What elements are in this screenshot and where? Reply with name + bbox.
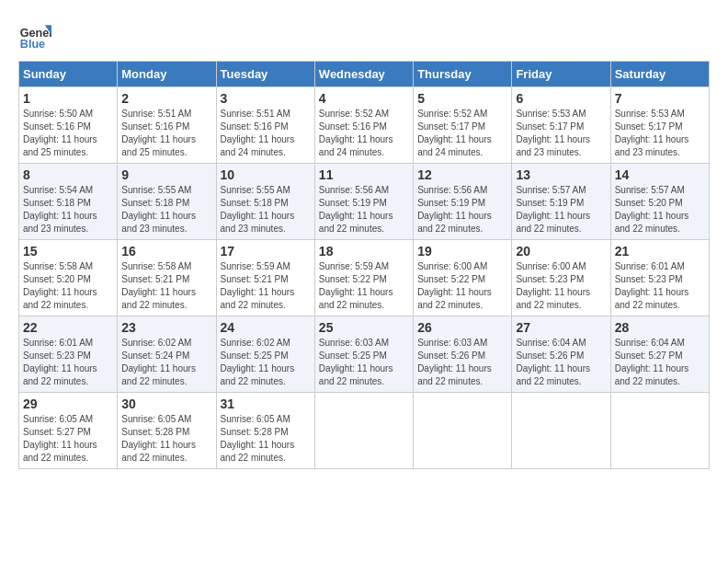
day-number: 12 [417, 167, 507, 182]
day-info: Sunrise: 5:56 AM Sunset: 5:19 PM Dayligh… [319, 184, 409, 236]
day-number: 2 [121, 91, 211, 106]
calendar-cell: 19 Sunrise: 6:00 AM Sunset: 5:22 PM Dayl… [414, 240, 512, 316]
day-number: 11 [319, 167, 409, 182]
calendar-cell: 6 Sunrise: 5:53 AM Sunset: 5:17 PM Dayli… [512, 87, 610, 164]
calendar-week-row: 15 Sunrise: 5:58 AM Sunset: 5:20 PM Dayl… [19, 240, 710, 316]
calendar-cell: 18 Sunrise: 5:59 AM Sunset: 5:22 PM Dayl… [314, 240, 413, 316]
day-number: 29 [23, 396, 113, 411]
day-info: Sunrise: 6:00 AM Sunset: 5:22 PM Dayligh… [417, 260, 507, 312]
day-number: 23 [121, 320, 211, 335]
day-info: Sunrise: 5:58 AM Sunset: 5:20 PM Dayligh… [23, 260, 113, 312]
day-info: Sunrise: 6:03 AM Sunset: 5:26 PM Dayligh… [417, 337, 507, 388]
calendar-week-row: 8 Sunrise: 5:54 AM Sunset: 5:18 PM Dayli… [19, 164, 710, 240]
calendar-cell: 25 Sunrise: 6:03 AM Sunset: 5:25 PM Dayl… [314, 316, 413, 393]
day-info: Sunrise: 5:53 AM Sunset: 5:17 PM Dayligh… [516, 108, 606, 159]
day-number: 13 [516, 167, 606, 182]
calendar-cell: 24 Sunrise: 6:02 AM Sunset: 5:25 PM Dayl… [216, 316, 314, 393]
day-number: 9 [121, 167, 211, 182]
day-info: Sunrise: 5:51 AM Sunset: 5:16 PM Dayligh… [121, 108, 211, 159]
day-info: Sunrise: 6:04 AM Sunset: 5:27 PM Dayligh… [615, 337, 705, 388]
day-number: 31 [221, 396, 311, 411]
day-number: 25 [319, 320, 409, 335]
calendar-cell: 15 Sunrise: 5:58 AM Sunset: 5:20 PM Dayl… [19, 240, 118, 316]
day-number: 26 [417, 320, 507, 335]
day-number: 15 [23, 244, 113, 259]
day-info: Sunrise: 6:00 AM Sunset: 5:23 PM Dayligh… [516, 260, 606, 312]
calendar-cell: 31 Sunrise: 6:05 AM Sunset: 5:28 PM Dayl… [216, 393, 314, 469]
day-number: 16 [121, 244, 211, 259]
weekday-header: Wednesday [314, 62, 413, 87]
day-info: Sunrise: 5:52 AM Sunset: 5:16 PM Dayligh… [319, 108, 409, 159]
weekday-header: Friday [512, 62, 610, 87]
weekday-header-row: SundayMondayTuesdayWednesdayThursdayFrid… [19, 62, 710, 87]
day-info: Sunrise: 6:01 AM Sunset: 5:23 PM Dayligh… [23, 337, 113, 388]
calendar-cell: 17 Sunrise: 5:59 AM Sunset: 5:21 PM Dayl… [216, 240, 314, 316]
page-header: General Blue [18, 18, 710, 52]
day-number: 19 [417, 244, 507, 259]
day-info: Sunrise: 6:05 AM Sunset: 5:28 PM Dayligh… [221, 413, 311, 465]
day-info: Sunrise: 6:05 AM Sunset: 5:28 PM Dayligh… [121, 413, 211, 465]
day-number: 30 [121, 396, 211, 411]
calendar-cell: 7 Sunrise: 5:53 AM Sunset: 5:17 PM Dayli… [610, 87, 709, 164]
day-info: Sunrise: 5:52 AM Sunset: 5:17 PM Dayligh… [417, 108, 507, 159]
calendar-cell: 28 Sunrise: 6:04 AM Sunset: 5:27 PM Dayl… [610, 316, 709, 393]
day-info: Sunrise: 5:51 AM Sunset: 5:16 PM Dayligh… [221, 108, 311, 159]
weekday-header: Thursday [414, 62, 512, 87]
calendar-week-row: 22 Sunrise: 6:01 AM Sunset: 5:23 PM Dayl… [19, 316, 710, 393]
day-number: 20 [516, 244, 606, 259]
calendar-cell: 10 Sunrise: 5:55 AM Sunset: 5:18 PM Dayl… [216, 164, 314, 240]
logo: General Blue [18, 18, 51, 52]
day-info: Sunrise: 5:53 AM Sunset: 5:17 PM Dayligh… [615, 108, 705, 159]
day-number: 22 [23, 320, 113, 335]
calendar-cell: 2 Sunrise: 5:51 AM Sunset: 5:16 PM Dayli… [118, 87, 216, 164]
day-info: Sunrise: 5:55 AM Sunset: 5:18 PM Dayligh… [221, 184, 311, 236]
day-info: Sunrise: 6:01 AM Sunset: 5:23 PM Dayligh… [615, 260, 705, 312]
day-number: 21 [615, 244, 705, 259]
day-number: 17 [221, 244, 311, 259]
calendar-cell: 30 Sunrise: 6:05 AM Sunset: 5:28 PM Dayl… [118, 393, 216, 469]
day-info: Sunrise: 6:02 AM Sunset: 5:24 PM Dayligh… [121, 337, 211, 388]
calendar-cell: 23 Sunrise: 6:02 AM Sunset: 5:24 PM Dayl… [118, 316, 216, 393]
calendar-cell: 14 Sunrise: 5:57 AM Sunset: 5:20 PM Dayl… [610, 164, 709, 240]
day-info: Sunrise: 5:59 AM Sunset: 5:22 PM Dayligh… [319, 260, 409, 312]
logo-icon: General Blue [18, 18, 51, 52]
weekday-header: Tuesday [216, 62, 314, 87]
day-info: Sunrise: 5:54 AM Sunset: 5:18 PM Dayligh… [23, 184, 113, 236]
svg-text:Blue: Blue [20, 38, 45, 51]
calendar-cell: 13 Sunrise: 5:57 AM Sunset: 5:19 PM Dayl… [512, 164, 610, 240]
calendar-week-row: 1 Sunrise: 5:50 AM Sunset: 5:16 PM Dayli… [19, 87, 710, 164]
day-number: 14 [615, 167, 705, 182]
day-number: 8 [23, 167, 113, 182]
day-number: 4 [319, 91, 409, 106]
calendar-cell: 27 Sunrise: 6:04 AM Sunset: 5:26 PM Dayl… [512, 316, 610, 393]
calendar-cell [314, 393, 413, 469]
day-number: 10 [221, 167, 311, 182]
day-number: 6 [516, 91, 606, 106]
day-number: 28 [615, 320, 705, 335]
day-number: 3 [221, 91, 311, 106]
calendar-cell [414, 393, 512, 469]
day-number: 7 [615, 91, 705, 106]
calendar-cell: 29 Sunrise: 6:05 AM Sunset: 5:27 PM Dayl… [19, 393, 118, 469]
calendar-cell: 22 Sunrise: 6:01 AM Sunset: 5:23 PM Dayl… [19, 316, 118, 393]
day-info: Sunrise: 6:03 AM Sunset: 5:25 PM Dayligh… [319, 337, 409, 388]
calendar-cell: 12 Sunrise: 5:56 AM Sunset: 5:19 PM Dayl… [414, 164, 512, 240]
day-info: Sunrise: 5:57 AM Sunset: 5:19 PM Dayligh… [516, 184, 606, 236]
day-number: 5 [417, 91, 507, 106]
calendar-cell: 21 Sunrise: 6:01 AM Sunset: 5:23 PM Dayl… [610, 240, 709, 316]
weekday-header: Saturday [610, 62, 709, 87]
day-info: Sunrise: 6:02 AM Sunset: 5:25 PM Dayligh… [221, 337, 311, 388]
day-info: Sunrise: 5:50 AM Sunset: 5:16 PM Dayligh… [23, 108, 113, 159]
calendar-cell: 4 Sunrise: 5:52 AM Sunset: 5:16 PM Dayli… [314, 87, 413, 164]
day-number: 24 [221, 320, 311, 335]
day-info: Sunrise: 5:57 AM Sunset: 5:20 PM Dayligh… [615, 184, 705, 236]
calendar-cell: 9 Sunrise: 5:55 AM Sunset: 5:18 PM Dayli… [118, 164, 216, 240]
calendar-cell: 3 Sunrise: 5:51 AM Sunset: 5:16 PM Dayli… [216, 87, 314, 164]
calendar-cell [512, 393, 610, 469]
calendar-week-row: 29 Sunrise: 6:05 AM Sunset: 5:27 PM Dayl… [19, 393, 710, 469]
calendar-cell: 16 Sunrise: 5:58 AM Sunset: 5:21 PM Dayl… [118, 240, 216, 316]
day-info: Sunrise: 5:58 AM Sunset: 5:21 PM Dayligh… [121, 260, 211, 312]
calendar-cell: 1 Sunrise: 5:50 AM Sunset: 5:16 PM Dayli… [19, 87, 118, 164]
day-number: 18 [319, 244, 409, 259]
calendar-cell: 8 Sunrise: 5:54 AM Sunset: 5:18 PM Dayli… [19, 164, 118, 240]
